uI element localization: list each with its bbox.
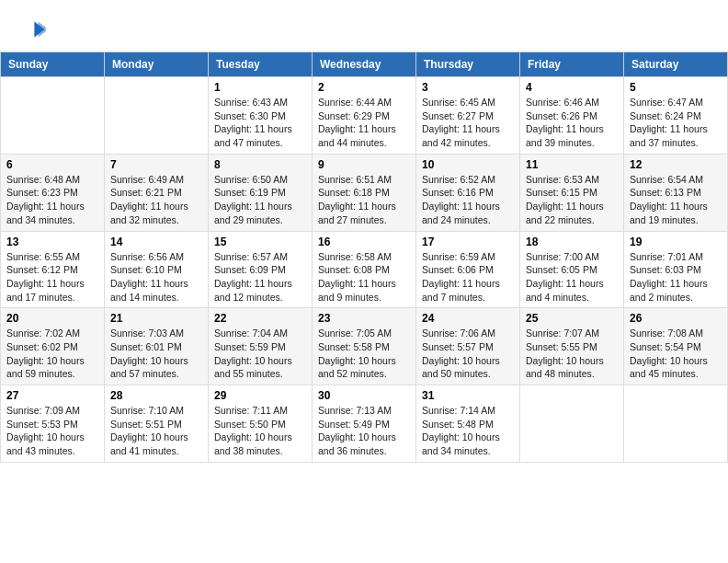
day-info: Sunrise: 7:11 AMSunset: 5:50 PMDaylight:… — [214, 404, 306, 458]
day-info: Sunrise: 6:55 AMSunset: 6:12 PMDaylight:… — [6, 250, 98, 304]
calendar-cell: 19Sunrise: 7:01 AMSunset: 6:03 PMDayligh… — [624, 231, 728, 308]
logo-icon — [20, 17, 46, 42]
day-number: 6 — [6, 158, 98, 171]
day-info: Sunrise: 7:14 AMSunset: 5:48 PMDaylight:… — [422, 404, 514, 458]
day-number: 13 — [6, 236, 98, 248]
day-info: Sunrise: 6:50 AMSunset: 6:19 PMDaylight:… — [214, 173, 306, 227]
weekday-header: Tuesday — [209, 52, 313, 77]
day-number: 18 — [526, 236, 618, 248]
day-info: Sunrise: 6:47 AMSunset: 6:24 PMDaylight:… — [630, 96, 722, 150]
calendar-cell — [624, 385, 728, 463]
day-info: Sunrise: 7:10 AMSunset: 5:51 PMDaylight:… — [110, 404, 202, 458]
calendar-cell: 28Sunrise: 7:10 AMSunset: 5:51 PMDayligh… — [105, 385, 209, 463]
day-info: Sunrise: 7:13 AMSunset: 5:49 PMDaylight:… — [318, 404, 410, 458]
day-number: 1 — [214, 81, 306, 94]
day-number: 24 — [422, 312, 514, 325]
calendar-cell: 22Sunrise: 7:04 AMSunset: 5:59 PMDayligh… — [209, 308, 313, 385]
day-info: Sunrise: 6:57 AMSunset: 6:09 PMDaylight:… — [214, 250, 306, 304]
calendar-cell: 26Sunrise: 7:08 AMSunset: 5:54 PMDayligh… — [624, 308, 728, 385]
calendar-cell: 10Sunrise: 6:52 AMSunset: 6:16 PMDayligh… — [416, 154, 520, 231]
calendar-cell: 5Sunrise: 6:47 AMSunset: 6:24 PMDaylight… — [624, 77, 728, 155]
weekday-header: Friday — [520, 52, 624, 77]
day-info: Sunrise: 6:45 AMSunset: 6:27 PMDaylight:… — [422, 96, 514, 150]
day-number: 10 — [422, 158, 514, 171]
day-info: Sunrise: 6:48 AMSunset: 6:23 PMDaylight:… — [6, 173, 98, 227]
calendar-cell — [520, 385, 624, 463]
calendar-cell: 9Sunrise: 6:51 AMSunset: 6:18 PMDaylight… — [313, 154, 416, 231]
day-number: 7 — [110, 158, 202, 171]
weekday-header: Monday — [105, 52, 209, 77]
calendar-cell: 17Sunrise: 6:59 AMSunset: 6:06 PMDayligh… — [416, 231, 520, 308]
day-info: Sunrise: 6:43 AMSunset: 6:30 PMDaylight:… — [214, 96, 306, 150]
calendar-cell: 1Sunrise: 6:43 AMSunset: 6:30 PMDaylight… — [209, 77, 313, 155]
calendar-cell — [105, 77, 209, 155]
calendar-cell: 29Sunrise: 7:11 AMSunset: 5:50 PMDayligh… — [209, 385, 313, 463]
day-info: Sunrise: 7:02 AMSunset: 6:02 PMDaylight:… — [6, 327, 98, 381]
day-number: 5 — [630, 81, 722, 94]
logo — [18, 17, 48, 42]
day-info: Sunrise: 6:53 AMSunset: 6:15 PMDaylight:… — [526, 173, 618, 227]
day-number: 8 — [214, 158, 306, 171]
calendar-cell: 2Sunrise: 6:44 AMSunset: 6:29 PMDaylight… — [313, 77, 416, 155]
day-info: Sunrise: 7:05 AMSunset: 5:58 PMDaylight:… — [318, 327, 410, 381]
day-info: Sunrise: 7:06 AMSunset: 5:57 PMDaylight:… — [422, 327, 514, 381]
calendar-cell: 8Sunrise: 6:50 AMSunset: 6:19 PMDaylight… — [209, 154, 313, 231]
calendar-cell: 12Sunrise: 6:54 AMSunset: 6:13 PMDayligh… — [624, 154, 728, 231]
calendar-week-row: 13Sunrise: 6:55 AMSunset: 6:12 PMDayligh… — [1, 231, 728, 308]
day-number: 29 — [214, 389, 306, 402]
calendar-cell: 30Sunrise: 7:13 AMSunset: 5:49 PMDayligh… — [313, 385, 416, 463]
day-info: Sunrise: 7:04 AMSunset: 5:59 PMDaylight:… — [214, 327, 306, 381]
day-number: 16 — [318, 236, 410, 248]
calendar-cell: 11Sunrise: 6:53 AMSunset: 6:15 PMDayligh… — [520, 154, 624, 231]
calendar-cell: 23Sunrise: 7:05 AMSunset: 5:58 PMDayligh… — [313, 308, 416, 385]
page-header — [0, 0, 728, 52]
day-number: 28 — [110, 389, 202, 402]
day-info: Sunrise: 6:44 AMSunset: 6:29 PMDaylight:… — [318, 96, 410, 150]
calendar-week-row: 1Sunrise: 6:43 AMSunset: 6:30 PMDaylight… — [1, 77, 728, 155]
calendar-cell: 3Sunrise: 6:45 AMSunset: 6:27 PMDaylight… — [416, 77, 520, 155]
day-number: 11 — [526, 158, 618, 171]
calendar-cell: 24Sunrise: 7:06 AMSunset: 5:57 PMDayligh… — [416, 308, 520, 385]
day-number: 20 — [6, 312, 98, 325]
day-number: 30 — [318, 389, 410, 402]
calendar-cell: 16Sunrise: 6:58 AMSunset: 6:08 PMDayligh… — [313, 231, 416, 308]
day-info: Sunrise: 7:03 AMSunset: 6:01 PMDaylight:… — [110, 327, 202, 381]
day-number: 22 — [214, 312, 306, 325]
calendar-cell: 21Sunrise: 7:03 AMSunset: 6:01 PMDayligh… — [105, 308, 209, 385]
day-number: 21 — [110, 312, 202, 325]
day-info: Sunrise: 6:58 AMSunset: 6:08 PMDaylight:… — [318, 250, 410, 304]
day-info: Sunrise: 6:54 AMSunset: 6:13 PMDaylight:… — [630, 173, 722, 227]
day-number: 23 — [318, 312, 410, 325]
day-number: 26 — [630, 312, 722, 325]
calendar-week-row: 6Sunrise: 6:48 AMSunset: 6:23 PMDaylight… — [1, 154, 728, 231]
weekday-header: Saturday — [624, 52, 728, 77]
day-info: Sunrise: 7:07 AMSunset: 5:55 PMDaylight:… — [526, 327, 618, 381]
calendar-cell: 27Sunrise: 7:09 AMSunset: 5:53 PMDayligh… — [1, 385, 105, 463]
weekday-header: Wednesday — [313, 52, 416, 77]
calendar-cell: 15Sunrise: 6:57 AMSunset: 6:09 PMDayligh… — [209, 231, 313, 308]
day-info: Sunrise: 6:46 AMSunset: 6:26 PMDaylight:… — [526, 96, 618, 150]
day-number: 31 — [422, 389, 514, 402]
day-number: 4 — [526, 81, 618, 94]
day-info: Sunrise: 6:52 AMSunset: 6:16 PMDaylight:… — [422, 173, 514, 227]
calendar-cell: 14Sunrise: 6:56 AMSunset: 6:10 PMDayligh… — [105, 231, 209, 308]
weekday-header: Sunday — [1, 52, 105, 77]
calendar-cell — [1, 77, 105, 155]
calendar-cell: 6Sunrise: 6:48 AMSunset: 6:23 PMDaylight… — [1, 154, 105, 231]
day-info: Sunrise: 7:01 AMSunset: 6:03 PMDaylight:… — [630, 250, 722, 304]
day-number: 12 — [630, 158, 722, 171]
calendar-header-row: SundayMondayTuesdayWednesdayThursdayFrid… — [1, 52, 728, 77]
day-info: Sunrise: 6:59 AMSunset: 6:06 PMDaylight:… — [422, 250, 514, 304]
day-number: 15 — [214, 236, 306, 248]
calendar-table: SundayMondayTuesdayWednesdayThursdayFrid… — [0, 52, 728, 463]
calendar-cell: 7Sunrise: 6:49 AMSunset: 6:21 PMDaylight… — [105, 154, 209, 231]
calendar-cell: 18Sunrise: 7:00 AMSunset: 6:05 PMDayligh… — [520, 231, 624, 308]
day-number: 2 — [318, 81, 410, 94]
day-info: Sunrise: 7:08 AMSunset: 5:54 PMDaylight:… — [630, 327, 722, 381]
day-info: Sunrise: 7:00 AMSunset: 6:05 PMDaylight:… — [526, 250, 618, 304]
day-info: Sunrise: 6:51 AMSunset: 6:18 PMDaylight:… — [318, 173, 410, 227]
day-number: 27 — [6, 389, 98, 402]
calendar-cell: 20Sunrise: 7:02 AMSunset: 6:02 PMDayligh… — [1, 308, 105, 385]
calendar-cell: 13Sunrise: 6:55 AMSunset: 6:12 PMDayligh… — [1, 231, 105, 308]
day-number: 25 — [526, 312, 618, 325]
